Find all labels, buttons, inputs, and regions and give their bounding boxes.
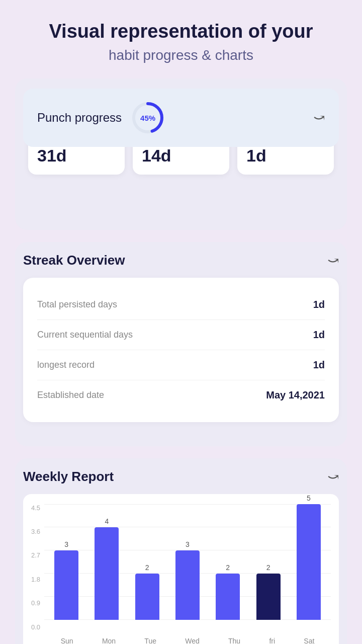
weekly-share-icon[interactable]: ⤻ xyxy=(327,468,339,485)
bar-mon-value: 4 xyxy=(105,517,109,525)
y-label-3-6: 3.6 xyxy=(31,528,40,535)
y-label-1-8: 1.8 xyxy=(31,576,40,583)
bar-wed: 3 xyxy=(175,540,200,620)
day-label-fri: fri xyxy=(269,637,275,644)
punch-progress-circle: 45% xyxy=(131,101,165,135)
bar-thu: 2 xyxy=(216,564,240,620)
day-label-wed: Wed xyxy=(185,637,200,644)
stat-plan-value: 31d xyxy=(37,146,116,166)
streak-row-current: Current sequential days 1d xyxy=(37,320,325,350)
punch-progress-card: Punch progress 45% ⤻ xyxy=(23,89,339,147)
day-label-tue: Tue xyxy=(144,637,156,644)
streak-overview-card: Total persisted days 1d Current sequenti… xyxy=(23,278,339,422)
streak-row-established: Established date May 14,2021 xyxy=(37,380,325,410)
y-label-0-9: 0.9 xyxy=(31,599,40,607)
streak-row-total: Total persisted days 1d xyxy=(37,290,325,320)
bar-wed-rect xyxy=(175,550,200,620)
y-label-0-0: 0.0 xyxy=(31,623,40,631)
bar-fri-rect xyxy=(256,574,281,620)
streak-total-label: Total persisted days xyxy=(37,299,117,310)
punch-progress-section: Punch progress 45% ⤻ Plan to xyxy=(15,78,347,230)
streak-share-icon[interactable]: ⤻ xyxy=(327,252,339,269)
bar-thu-value: 2 xyxy=(226,564,230,572)
bar-sat-rect xyxy=(297,504,321,620)
streak-current-label: Current sequential days xyxy=(37,330,133,340)
bar-mon: 4 xyxy=(95,517,119,620)
bar-wed-value: 3 xyxy=(186,540,190,548)
bar-sat: 5 xyxy=(297,494,321,620)
y-label-4-5: 4.5 xyxy=(31,504,40,512)
streak-established-value: May 14,2021 xyxy=(266,389,325,401)
bar-sun-rect xyxy=(54,550,78,620)
bar-tue: 2 xyxy=(135,564,159,620)
stat-actual-value: 14d xyxy=(142,146,220,166)
punch-share-icon[interactable]: ⤻ xyxy=(313,109,325,126)
bar-tue-rect xyxy=(135,574,159,620)
day-label-sat: Sat xyxy=(304,637,314,644)
stat-missed-value: 1d xyxy=(246,146,325,166)
punch-progress-label: Punch progress xyxy=(37,111,122,125)
streak-established-label: Established date xyxy=(37,390,104,400)
day-label-thu: Thu xyxy=(228,637,240,644)
y-label-2-7: 2.7 xyxy=(31,551,40,559)
streak-overview-section: Streak Overview ⤻ Total persisted days 1… xyxy=(15,242,347,446)
weekly-chart: 4.5 3.6 2.7 1.8 0.9 0.0 xyxy=(23,494,339,644)
hero-title: Visual representation of your xyxy=(15,20,347,43)
streak-current-value: 1d xyxy=(313,329,325,341)
bar-thu-rect xyxy=(216,574,240,620)
streak-longest-value: 1d xyxy=(313,359,325,371)
bar-tue-value: 2 xyxy=(145,564,149,572)
bar-sun: 3 xyxy=(54,540,78,620)
day-label-mon: Mon xyxy=(102,637,116,644)
bar-mon-rect xyxy=(95,527,119,620)
bar-fri-value: 2 xyxy=(266,564,270,572)
weekly-report-section: Weekly Report ⤻ 4.5 3.6 2.7 1.8 0.9 0.0 xyxy=(15,458,347,644)
bar-fri: 2 xyxy=(256,564,281,620)
streak-longest-label: longest record xyxy=(37,360,95,370)
streak-total-value: 1d xyxy=(313,299,325,310)
hero-subtitle: habit progress & charts xyxy=(15,47,347,63)
bar-sat-value: 5 xyxy=(307,494,311,502)
bar-sun-value: 3 xyxy=(64,540,68,548)
streak-overview-title: Streak Overview xyxy=(23,253,125,268)
streak-row-longest: longest record 1d xyxy=(37,350,325,380)
weekly-report-title: Weekly Report xyxy=(23,469,114,485)
day-label-sun: Sun xyxy=(61,637,73,644)
punch-percent-label: 45% xyxy=(140,113,155,122)
